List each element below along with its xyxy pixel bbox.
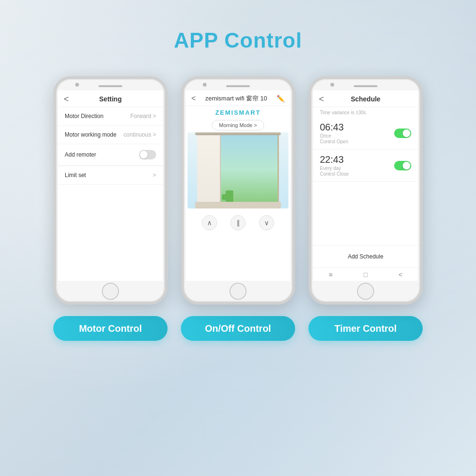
schedule-title: Schedule xyxy=(351,95,380,103)
nav-home-icon[interactable]: □ xyxy=(364,271,367,278)
home-button-3[interactable] xyxy=(357,283,374,300)
open-button[interactable]: ∧ xyxy=(202,215,217,230)
setting-row-direction[interactable]: Motor Direction Forward > xyxy=(58,107,163,126)
schedule-action-2: Control Close xyxy=(320,171,349,177)
curtain-panel xyxy=(197,132,221,208)
close-button[interactable]: ∨ xyxy=(259,215,274,230)
schedule-item-1-info: 06:43 Once Control Open xyxy=(320,122,348,144)
page-title: APP Control xyxy=(174,29,302,52)
phone3-top xyxy=(311,79,420,90)
setting-row-mode[interactable]: Motor working mode continuous > xyxy=(58,126,163,144)
setting-header: < Setting xyxy=(58,90,163,107)
phone-timer: < Schedule Time variance is ±30s 06:43 O… xyxy=(308,76,423,305)
schedule-note: Time variance is ±30s xyxy=(313,107,418,117)
phone3-bottom xyxy=(311,281,420,302)
label-row: Motor Control On/Off Control Timer Contr… xyxy=(53,316,423,341)
schedule-toggle-2[interactable] xyxy=(394,161,411,170)
windowsill xyxy=(195,202,281,208)
schedule-freq-2: Every day xyxy=(320,166,349,171)
schedule-item-1[interactable]: 06:43 Once Control Open xyxy=(313,117,418,149)
android-nav: ≡ □ < xyxy=(313,268,418,281)
schedule-freq-1: Once xyxy=(320,133,348,139)
setting-row-limit[interactable]: Limit set > xyxy=(58,166,163,185)
home-button-2[interactable] xyxy=(229,283,247,300)
schedule-back[interactable]: < xyxy=(319,94,324,104)
nav-back-icon[interactable]: < xyxy=(398,271,402,278)
curtain-brand: ZEMISMART xyxy=(186,106,290,118)
phones-row: < Setting Motor Direction Forward > Moto… xyxy=(53,76,423,305)
cactus-decoration xyxy=(226,190,233,202)
schedule-header: < Schedule xyxy=(313,90,418,107)
motor-direction-label: Motor Direction xyxy=(65,113,103,119)
add-remoter-label: Add remoter xyxy=(65,151,96,158)
setting-title: Setting xyxy=(99,95,121,103)
schedule-time-2: 22:43 xyxy=(320,154,349,165)
motor-control-label: Motor Control xyxy=(53,316,168,341)
nav-menu-icon[interactable]: ≡ xyxy=(329,271,333,278)
mode-button[interactable]: Morning Mode > xyxy=(212,120,264,130)
motor-mode-value: continuous > xyxy=(124,131,156,138)
phone1-screen: < Setting Motor Direction Forward > Moto… xyxy=(58,90,163,281)
motor-direction-value: Forward > xyxy=(130,113,156,119)
schedule-item-2[interactable]: 22:43 Every day Control Close xyxy=(313,149,418,182)
speaker-3 xyxy=(354,85,377,87)
onoff-control-label: On/Off Control xyxy=(181,316,295,341)
phone1-top xyxy=(56,79,165,90)
curtain-header: < zemismart wifi 窗帘 10 ✏️ xyxy=(186,90,290,106)
curtain-controls: ∧ ∥ ∨ xyxy=(186,210,290,233)
motor-mode-label: Motor working mode xyxy=(65,131,117,138)
page: APP Control < Setting Motor Direction Fo… xyxy=(0,0,476,476)
home-button-1[interactable] xyxy=(102,283,119,300)
schedule-item-2-info: 22:43 Every day Control Close xyxy=(320,154,349,177)
schedule-action-1: Control Open xyxy=(320,139,348,144)
camera-icon-3 xyxy=(330,83,334,87)
schedule-toggle-1[interactable] xyxy=(394,129,411,138)
remoter-toggle[interactable] xyxy=(139,150,156,159)
schedule-time-1: 06:43 xyxy=(320,122,348,133)
limit-set-chevron: > xyxy=(153,172,156,178)
speaker xyxy=(99,85,122,87)
curtain-edit-icon[interactable]: ✏️ xyxy=(277,95,285,102)
curtain-title: zemismart wifi 窗帘 10 xyxy=(205,94,267,103)
add-schedule-button[interactable]: Add Schedule xyxy=(313,245,418,268)
phone1-bottom xyxy=(56,281,165,302)
back-button[interactable]: < xyxy=(64,94,69,104)
limit-set-label: Limit set xyxy=(65,172,86,178)
phone-onoff: < zemismart wifi 窗帘 10 ✏️ ZEMISMART Morn… xyxy=(181,76,295,305)
pause-button[interactable]: ∥ xyxy=(230,215,246,230)
timer-control-label: Timer Control xyxy=(308,316,423,341)
speaker-2 xyxy=(226,85,250,87)
curtain-visual xyxy=(188,132,288,208)
curtain-back[interactable]: < xyxy=(191,94,196,103)
camera-icon-2 xyxy=(203,83,207,87)
phone2-bottom xyxy=(184,281,292,302)
phone2-top xyxy=(184,79,292,90)
phone-motor: < Setting Motor Direction Forward > Moto… xyxy=(53,76,168,305)
curtain-rod xyxy=(195,132,281,135)
phone3-screen: < Schedule Time variance is ±30s 06:43 O… xyxy=(313,90,418,281)
camera-icon xyxy=(75,83,79,87)
setting-row-remoter[interactable]: Add remoter xyxy=(58,144,163,166)
phone2-screen: < zemismart wifi 窗帘 10 ✏️ ZEMISMART Morn… xyxy=(186,90,290,281)
